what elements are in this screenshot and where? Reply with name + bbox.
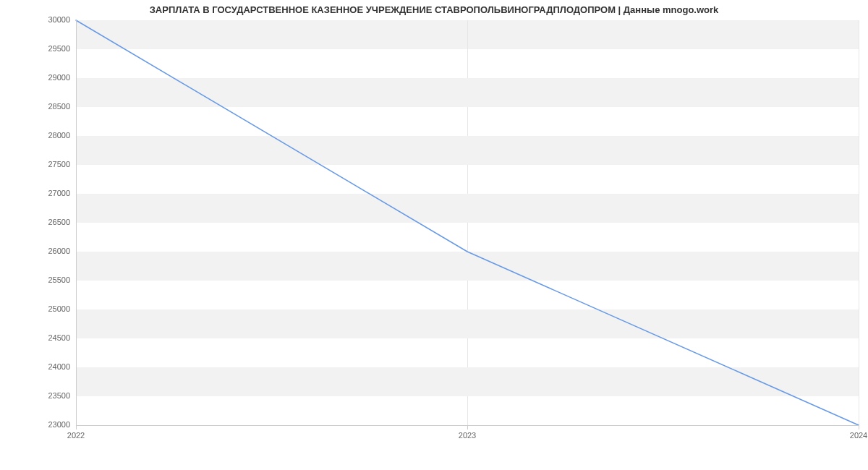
y-tick-label: 27000 — [0, 189, 70, 197]
x-tick — [76, 425, 77, 430]
vertical-gridline — [859, 20, 859, 425]
x-tick-label: 2022 — [67, 431, 85, 440]
x-tick — [467, 425, 468, 430]
y-tick-label: 27500 — [0, 160, 70, 168]
y-tick-label: 23500 — [0, 391, 70, 400]
x-tick — [859, 425, 859, 430]
y-axis-line — [76, 20, 77, 425]
y-tick-label: 23000 — [0, 420, 70, 429]
y-tick-label: 28000 — [0, 131, 70, 140]
y-tick-label: 24500 — [0, 333, 70, 342]
y-tick-label: 30000 — [0, 15, 70, 24]
y-tick-label: 26000 — [0, 247, 70, 255]
y-tick-label: 29000 — [0, 73, 70, 82]
line-series — [76, 20, 859, 425]
x-tick-label: 2023 — [459, 431, 476, 440]
x-tick-label: 2024 — [850, 431, 867, 440]
chart-title: ЗАРПЛАТА В ГОСУДАРСТВЕННОЕ КАЗЕННОЕ УЧРЕ… — [0, 4, 868, 15]
y-tick-label: 29500 — [0, 44, 70, 53]
y-tick-label: 25500 — [0, 275, 70, 284]
y-tick-label: 25000 — [0, 304, 70, 313]
plot-area — [76, 20, 859, 425]
y-tick-label: 26500 — [0, 218, 70, 226]
y-tick-label: 24000 — [0, 362, 70, 371]
chart-container: ЗАРПЛАТА В ГОСУДАРСТВЕННОЕ КАЗЕННОЕ УЧРЕ… — [0, 0, 868, 470]
y-tick-label: 28500 — [0, 102, 70, 111]
